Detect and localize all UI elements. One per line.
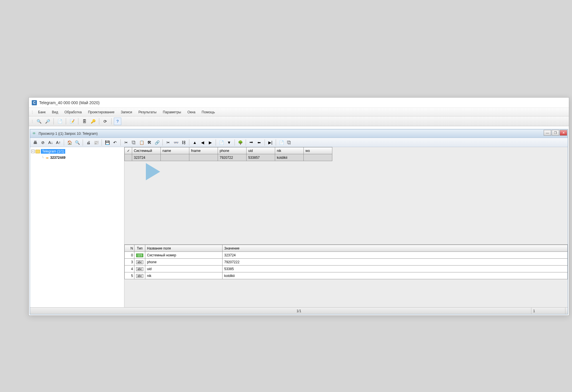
binoculars-next-icon[interactable]: 🔎 [44, 118, 51, 125]
save-icon[interactable]: 💾 [104, 139, 111, 146]
check-column-header[interactable]: ✓ [125, 147, 132, 154]
find-icon[interactable]: 🔍 [74, 139, 81, 146]
menu-help[interactable]: Помощь [199, 109, 218, 115]
menu-view[interactable]: Вид [49, 109, 61, 115]
toolbar-separator [216, 139, 216, 146]
folder-icon [35, 150, 40, 153]
toolbar-separator [276, 139, 276, 146]
cell-nik[interactable]: kotdikii [275, 154, 304, 161]
sub-window: 👁 Просмотр 1 ((1) Запрос 10: Telegram) —… [30, 129, 568, 314]
db-icon[interactable]: 🗄 [81, 118, 88, 125]
print-icon[interactable]: 🖶 [32, 139, 39, 146]
maximize-button[interactable]: ❐ [552, 130, 559, 136]
tree-icon[interactable]: 🌳 [237, 139, 244, 146]
col-fname[interactable]: fname [189, 147, 218, 154]
data-table[interactable]: ✓ Системный name fname phone uid nik wo … [124, 147, 332, 161]
glasses-icon[interactable]: 👓 [172, 139, 179, 146]
row-selector[interactable] [125, 154, 132, 161]
col-system[interactable]: Системный [132, 147, 161, 154]
minimize-button[interactable]: — [544, 130, 551, 136]
cell-name[interactable] [161, 154, 189, 161]
help-icon[interactable]: ? [114, 118, 121, 125]
cell-wo[interactable] [304, 154, 332, 161]
up-icon[interactable]: ▲ [191, 139, 198, 146]
paste-icon[interactable]: 📋 [138, 139, 145, 146]
col-uid[interactable]: uid [247, 147, 275, 154]
cell-system[interactable]: 323724 [132, 154, 161, 161]
doc-icon[interactable]: 📄 [278, 139, 285, 146]
scissors-icon[interactable]: ✂ [165, 139, 172, 146]
toolbar-separator [120, 139, 121, 146]
col-fieldname[interactable]: Название поля [145, 245, 223, 252]
print-preview-icon[interactable]: 📰 [93, 139, 100, 146]
tree-collapse-icon[interactable]: − [31, 150, 35, 153]
status-bar: 1/1 1 [30, 307, 568, 314]
new-doc-icon[interactable]: 📄 [56, 118, 63, 125]
sort-desc-icon[interactable]: A↑ [55, 139, 62, 146]
tree-root[interactable]: − Telegram (1/1) [31, 148, 123, 155]
toolbar-separator [265, 139, 265, 146]
detail-table[interactable]: N Тип Название поля Значение 0 123 Систе… [124, 245, 568, 279]
right-panels: ✓ Системный name fname phone uid nik wo … [124, 147, 568, 307]
tree-panel: − Telegram (1/1) └ ➡ 32372449 [30, 147, 124, 307]
copy-icon[interactable]: ⿻ [130, 139, 137, 146]
edit-icon[interactable]: 📝 [68, 118, 76, 125]
cell-n: 4 [125, 266, 134, 272]
key-icon[interactable]: 🔑 [89, 118, 97, 125]
type-badge-num: 123 [136, 254, 143, 257]
cell-fieldname: uid [145, 266, 223, 272]
filter-icon[interactable]: ▼ [226, 139, 233, 146]
menu-parameters[interactable]: Параметры [160, 109, 184, 115]
import-icon[interactable]: ⬅ [256, 139, 263, 146]
print2-icon[interactable]: 🖨 [85, 139, 92, 146]
col-name[interactable]: name [161, 147, 189, 154]
col-n[interactable]: N [125, 245, 134, 252]
cell-type: abc [134, 259, 145, 266]
next-icon[interactable]: ▶ [207, 139, 214, 146]
tree-child-label: 32372449 [50, 156, 65, 160]
binoculars-icon[interactable]: 🔍 [35, 118, 43, 125]
menu-bank[interactable]: Банк [35, 109, 48, 115]
menu-records[interactable]: Записи [118, 109, 135, 115]
tool-icon[interactable]: 🛠 [146, 139, 153, 146]
cell-fieldname: phone [145, 259, 223, 266]
menu-design[interactable]: Проектирование [85, 109, 118, 115]
cell-phone[interactable]: 7920722 [218, 154, 247, 161]
cell-fname[interactable] [189, 154, 218, 161]
col-type[interactable]: Тип [134, 245, 145, 252]
chain-icon[interactable]: ⛓ [180, 139, 187, 146]
cell-uid[interactable]: 533857 [247, 154, 275, 161]
col-phone[interactable]: phone [218, 147, 247, 154]
tree-child[interactable]: └ ➡ 32372449 [41, 155, 123, 161]
copy2-icon[interactable]: ⿻ [286, 139, 293, 146]
export-icon[interactable]: ⮕ [248, 139, 255, 146]
toolbar-separator [189, 139, 189, 146]
close-button[interactable]: ✕ [560, 130, 567, 136]
cancel-icon[interactable]: ⊘ [39, 139, 46, 146]
cell-fieldname: Системный номер [145, 252, 223, 259]
status-record-count: 1/1 [297, 309, 301, 313]
sub-content: − Telegram (1/1) └ ➡ 32372449 ✓ [30, 147, 568, 307]
cell-value: 53385 [223, 266, 568, 272]
toolbar-separator [246, 139, 246, 146]
col-nik[interactable]: nik [275, 147, 304, 154]
col-wo[interactable]: wo [304, 147, 332, 154]
cut-icon[interactable]: ✂ [123, 139, 130, 146]
col-value[interactable]: Значение [223, 245, 568, 252]
prev-icon[interactable]: ◀ [199, 139, 206, 146]
sort-asc-icon[interactable]: A↓ [47, 139, 54, 146]
menu-windows[interactable]: Окна [184, 109, 198, 115]
detail-row[interactable]: 0 123 Системный номер 323724 [125, 252, 568, 259]
menu-results[interactable]: Результаты [136, 109, 159, 115]
table-row[interactable]: 323724 7920722 533857 kotdikii [125, 154, 332, 161]
refresh-icon[interactable]: ⟳ [102, 118, 109, 125]
home-icon[interactable]: 🏠 [66, 139, 73, 146]
form-icon[interactable]: 📄 [218, 139, 225, 146]
detail-row[interactable]: 4 abc uid 53385 [125, 266, 568, 272]
detail-row[interactable]: 5 abc nik kotdikii [125, 272, 568, 279]
play-icon[interactable]: ▶| [267, 139, 274, 146]
undo-icon[interactable]: ↶ [112, 139, 118, 146]
detail-row[interactable]: 3 abc phone 79207222 [125, 259, 568, 266]
menu-processing[interactable]: Обработка [61, 109, 85, 115]
link-icon[interactable]: 🔗 [154, 139, 160, 146]
